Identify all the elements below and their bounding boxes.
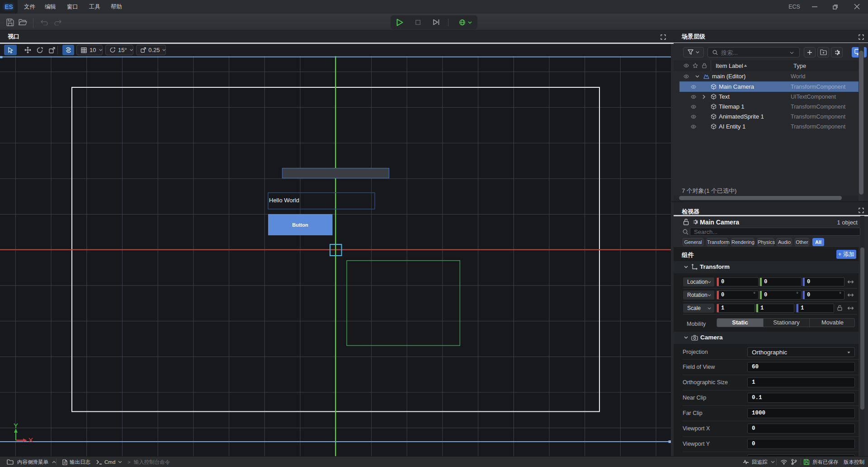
svg-text:Hello World: Hello World (269, 197, 299, 204)
svg-text:Button: Button (292, 222, 308, 228)
